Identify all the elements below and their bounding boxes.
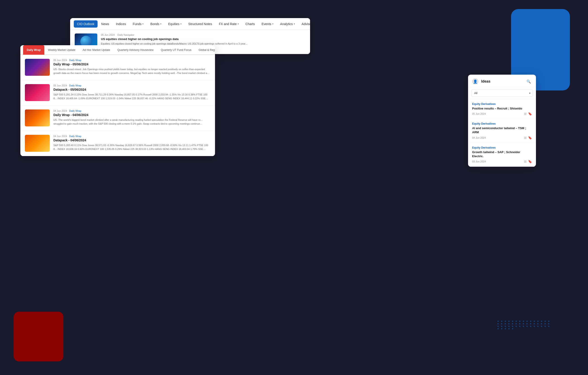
search-icon: 🔍: [526, 79, 531, 84]
idea-category-1: Equity Derivatives: [472, 102, 532, 106]
ideas-header: 👤 Ideas 🔍: [468, 75, 536, 87]
tabs-bar: Daily Wrap Weekly Market Update Ad Hoc M…: [20, 45, 215, 55]
ideas-list: Equity Derivatives Positive results – Re…: [468, 99, 536, 167]
article-title-2: Datapack - 05/06/2024: [53, 88, 210, 91]
article-thumbnail-4: [25, 135, 50, 152]
article-meta-1: 05 Jun 2024 Daily Wrap: [53, 59, 210, 61]
idea-actions-3: ⊞ 🔖: [524, 160, 532, 163]
ideas-filter-select[interactable]: All Equity Derivatives Fixed Income FX: [471, 89, 533, 97]
article-title-3: Daily Wrap - 04/06/2024: [53, 113, 210, 117]
nav-item-equities[interactable]: Equities ▾: [165, 20, 185, 28]
equities-chevron-icon: ▾: [180, 23, 181, 25]
idea-item: Equity Derivatives Growth tailwind – SAP…: [468, 143, 536, 167]
fxrate-chevron-icon: ▾: [238, 23, 239, 25]
tab-daily-wrap[interactable]: Daily Wrap: [23, 45, 44, 55]
article-title-4: Datapack - 04/06/2024: [53, 138, 210, 142]
red-background-blob: [14, 312, 63, 361]
article-desc-2: S&P 500 5,291.34 0.15% Dow Jones 38,711.…: [53, 93, 210, 100]
article-desc-1: US -Stocks closed mixed. Job Openings mi…: [53, 67, 210, 75]
idea-item: Equity Derivatives Positive results – Re…: [468, 99, 536, 119]
analytics-chevron-icon: ▾: [294, 23, 295, 25]
idea-title-1: Positive results – Recruit ; Shiseido: [472, 107, 532, 111]
tab-ad-hoc-market-update[interactable]: Ad Hoc Market Update: [79, 45, 114, 55]
idea-category-3: Equity Derivatives: [472, 146, 532, 149]
article-item: 04 Jun 2024 Daily Wrap Datapack - 04/06/…: [20, 131, 215, 156]
nav-item-funds[interactable]: Funds ▾: [129, 20, 147, 28]
idea-bookmark-icon-1[interactable]: 🔖: [528, 112, 532, 116]
ideas-header-left: 👤 Ideas: [472, 78, 491, 85]
featured-article-title: US equities closed higher on cooling job…: [101, 37, 305, 41]
nav-item-news[interactable]: News: [98, 20, 112, 28]
tab-global-regional-forecast[interactable]: Global & Regional Forecast: [195, 45, 215, 55]
idea-title-3: Growth tailwind – SAP ; Schneider Electr…: [472, 150, 532, 158]
idea-item: Equity Derivatives AI and semiconductor …: [468, 119, 536, 143]
article-item: 04 Jun 2024 Daily Wrap Daily Wrap - 04/0…: [20, 105, 215, 131]
funds-chevron-icon: ▾: [142, 23, 144, 25]
nav-item-analytics[interactable]: Analytics ▾: [277, 20, 298, 28]
idea-share-icon-2[interactable]: ⊞: [524, 136, 527, 140]
featured-article-meta: 05 Jun 2024 Daily Navigator: [101, 33, 305, 36]
article-meta-2: 05 Jun 2024 Daily Wrap: [53, 84, 210, 87]
article-desc-4: S&P 500 5,283.40 0.11% Dow Jones 38,571.…: [53, 143, 210, 151]
article-thumbnail-1: [25, 59, 50, 76]
idea-date-3: 03 Jun 2024: [472, 160, 486, 163]
article-thumbnail-3: [25, 110, 50, 126]
article-list: 05 Jun 2024 Daily Wrap Daily Wrap - 05/0…: [20, 55, 215, 156]
ideas-search-button[interactable]: 🔍: [525, 78, 532, 85]
idea-meta-1: 05 Jun 2024 ⊞ 🔖: [472, 112, 532, 116]
idea-category-2: Equity Derivatives: [472, 122, 532, 125]
idea-actions-2: ⊞ 🔖: [524, 136, 532, 140]
idea-date-1: 05 Jun 2024: [472, 112, 486, 115]
article-item: 05 Jun 2024 Daily Wrap Datapack - 05/06/…: [20, 80, 215, 105]
bonds-chevron-icon: ▾: [160, 23, 161, 25]
tab-quarterly-advisory[interactable]: Quarterly Advisory Houseview: [114, 45, 157, 55]
article-thumbnail-2: [25, 84, 50, 101]
ideas-panel: 👤 Ideas 🔍 All Equity Derivatives Fixed I…: [468, 75, 536, 167]
article-title-1: Daily Wrap - 05/06/2024: [53, 62, 210, 66]
idea-title-2: AI and semiconductor tailwind – TSM ; AR…: [472, 126, 532, 134]
dots-decoration: [497, 321, 543, 348]
article-desc-3: US -The world's biggest bond market clim…: [53, 118, 210, 125]
daily-wrap-window: Daily Wrap Weekly Market Update Ad Hoc M…: [20, 45, 215, 156]
article-content-4: 04 Jun 2024 Daily Wrap Datapack - 04/06/…: [53, 135, 210, 151]
nav-item-indices[interactable]: Indices: [113, 20, 129, 28]
article-content-1: 05 Jun 2024 Daily Wrap Daily Wrap - 05/0…: [53, 59, 210, 75]
tab-weekly-market-update[interactable]: Weekly Market Update: [44, 45, 79, 55]
article-content-3: 04 Jun 2024 Daily Wrap Daily Wrap - 04/0…: [53, 110, 210, 125]
idea-bookmark-icon-2[interactable]: 🔖: [528, 136, 532, 140]
article-meta-4: 04 Jun 2024 Daily Wrap: [53, 135, 210, 138]
article-item: 05 Jun 2024 Daily Wrap Daily Wrap - 05/0…: [20, 55, 215, 80]
article-content-2: 05 Jun 2024 Daily Wrap Datapack - 05/06/…: [53, 84, 210, 100]
idea-meta-2: 04 Jun 2024 ⊞ 🔖: [472, 136, 532, 140]
navigation-bar: CIO Outlook News Indices Funds ▾ Bonds ▾…: [70, 18, 310, 30]
ideas-panel-title: Ideas: [481, 79, 491, 83]
idea-meta-3: 03 Jun 2024 ⊞ 🔖: [472, 160, 532, 163]
nav-item-fx-and-rate[interactable]: FX and Rate ▾: [216, 20, 242, 28]
idea-date-2: 04 Jun 2024: [472, 136, 486, 139]
nav-item-events[interactable]: Events ▾: [258, 20, 277, 28]
filter-select-wrapper: All Equity Derivatives Fixed Income FX ▾: [471, 89, 533, 97]
nav-item-cio-outlook[interactable]: CIO Outlook: [74, 20, 97, 28]
tab-quarterly-ut-fund-focus[interactable]: Quarterly UT Fund Focus: [157, 45, 195, 55]
nav-item-advisory[interactable]: Advisory: [299, 20, 310, 28]
nav-item-structured-notes[interactable]: Structured Notes: [185, 20, 215, 28]
idea-share-icon-1[interactable]: ⊞: [524, 112, 527, 116]
idea-actions-1: ⊞ 🔖: [524, 112, 532, 116]
idea-bookmark-icon-3[interactable]: 🔖: [528, 160, 532, 163]
user-avatar-icon: 👤: [472, 78, 478, 85]
ideas-filter: All Equity Derivatives Fixed Income FX ▾: [468, 87, 536, 99]
idea-share-icon-3[interactable]: ⊞: [524, 160, 527, 163]
events-chevron-icon: ▾: [272, 23, 273, 25]
nav-item-bonds[interactable]: Bonds ▾: [147, 20, 165, 28]
nav-item-charts[interactable]: Charts: [242, 20, 258, 28]
article-meta-3: 04 Jun 2024 Daily Wrap: [53, 110, 210, 112]
